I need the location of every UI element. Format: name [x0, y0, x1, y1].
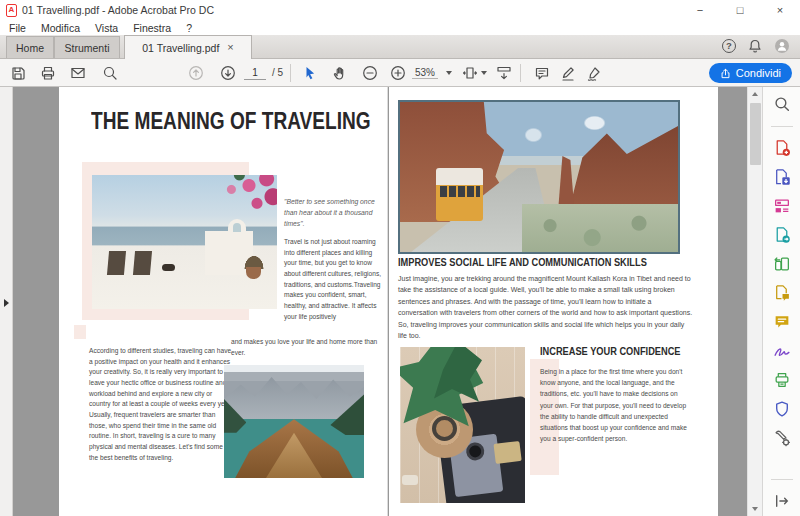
- send-for-review-tool-icon[interactable]: [773, 226, 791, 244]
- share-button[interactable]: Condividi: [709, 63, 792, 83]
- minimize-button[interactable]: −: [680, 0, 720, 20]
- menu-modifica[interactable]: Modifica: [41, 22, 80, 34]
- menu-finestra[interactable]: Finestra: [133, 22, 171, 34]
- print-button[interactable]: [40, 65, 56, 81]
- protect-tool-icon[interactable]: [773, 400, 791, 418]
- document-area[interactable]: THE MEANING OF TRAVELING "Better to see …: [13, 87, 747, 516]
- expand-panel-icon[interactable]: [773, 492, 791, 510]
- intro-paragraph-continued: and makes you love your life and home mo…: [231, 337, 383, 358]
- acrobat-logo-icon: A: [6, 4, 17, 17]
- scroll-up-icon[interactable]: [748, 87, 763, 101]
- share-icon: [720, 68, 731, 79]
- section-paragraph-social: Just imagine, you are trekking around th…: [398, 273, 693, 342]
- previous-page-button[interactable]: [188, 65, 204, 81]
- zoom-caret-icon[interactable]: [446, 71, 452, 75]
- titlebar: A 01 Travelling.pdf - Adobe Acrobat Pro …: [0, 0, 800, 20]
- avatar-icon[interactable]: [774, 38, 790, 54]
- help-icon[interactable]: ?: [722, 39, 736, 53]
- more-tools-icon[interactable]: [773, 429, 791, 447]
- tools-panel: [762, 87, 800, 516]
- tab-document[interactable]: 01 Travelling.pdf ×: [124, 35, 252, 59]
- vertical-scrollbar[interactable]: [747, 87, 762, 516]
- bell-icon[interactable]: [747, 38, 763, 54]
- suitcase-photo: [400, 347, 525, 503]
- menu-file[interactable]: File: [9, 22, 26, 34]
- menubar: File Modifica Vista Finestra ?: [0, 20, 800, 35]
- combine-files-tool-icon[interactable]: [773, 284, 791, 302]
- nav-panel-collapsed[interactable]: [0, 87, 13, 516]
- export-pdf-tool-icon[interactable]: [773, 168, 791, 186]
- tab-document-label: 01 Travelling.pdf: [142, 42, 219, 54]
- select-tool-button[interactable]: [302, 65, 318, 81]
- tab-close-icon[interactable]: ×: [227, 42, 233, 53]
- email-button[interactable]: [70, 65, 86, 81]
- boat-lake-photo: [224, 365, 364, 478]
- menu-vista[interactable]: Vista: [95, 22, 118, 34]
- acrobat-window: A 01 Travelling.pdf - Adobe Acrobat Pro …: [0, 0, 800, 516]
- fit-width-button[interactable]: [496, 65, 512, 81]
- section-heading-social: IMPROVES SOCIAL LIFE AND COMMUNICATION S…: [398, 256, 647, 268]
- share-button-label: Condividi: [736, 67, 781, 79]
- pull-quote: "Better to see something once than hear …: [284, 197, 378, 230]
- terrace-photo: [92, 175, 277, 309]
- section-heading-confidence: INCREASE YOUR CONFIDENCE: [540, 345, 681, 357]
- page-fit-caret-icon[interactable]: [481, 71, 487, 75]
- studies-paragraph: According to different studies, travelin…: [89, 346, 232, 463]
- send-to-device-tool-icon[interactable]: [773, 255, 791, 273]
- pdf-page-1: THE MEANING OF TRAVELING "Better to see …: [59, 87, 388, 516]
- window-title: 01 Travelling.pdf - Adobe Acrobat Pro DC: [22, 4, 214, 16]
- tab-strumenti[interactable]: Strumenti: [54, 36, 120, 58]
- article-title: THE MEANING OF TRAVELING: [91, 108, 371, 135]
- pencil-button[interactable]: [560, 65, 576, 81]
- search-button[interactable]: [102, 65, 118, 81]
- close-button[interactable]: ×: [760, 0, 800, 20]
- tab-home[interactable]: Home: [6, 36, 54, 58]
- fill-and-sign-tool-icon[interactable]: [773, 342, 791, 360]
- search-tool-icon[interactable]: [773, 95, 791, 113]
- scrollbar-thumb[interactable]: [750, 103, 761, 165]
- intro-paragraph: Travel is not just about roaming into di…: [284, 237, 383, 322]
- save-button[interactable]: [10, 65, 26, 81]
- zoom-level-value[interactable]: 53%: [412, 67, 438, 79]
- hand-tool-button[interactable]: [332, 65, 348, 81]
- page-total-label: / 5: [272, 67, 283, 78]
- pink-accent-chip: [74, 325, 86, 339]
- scroll-down-icon[interactable]: [748, 502, 763, 516]
- scan-and-ocr-tool-icon[interactable]: [773, 371, 791, 389]
- tabbar: Home Strumenti 01 Travelling.pdf × ?: [0, 35, 800, 59]
- zoom-out-button[interactable]: [362, 65, 378, 81]
- van-desert-photo: [398, 100, 680, 254]
- sign-button[interactable]: [586, 65, 602, 81]
- zoom-in-button[interactable]: [390, 65, 406, 81]
- organize-pages-tool-icon[interactable]: [773, 197, 791, 215]
- maximize-button[interactable]: □: [720, 0, 760, 20]
- section-paragraph-confidence: Being in a place for the first time wher…: [540, 366, 691, 444]
- page-fit-button[interactable]: [462, 65, 478, 81]
- page-number-input[interactable]: [244, 65, 266, 80]
- expand-nav-arrow-icon[interactable]: [4, 299, 9, 307]
- pdf-page-2: IMPROVES SOCIAL LIFE AND COMMUNICATION S…: [389, 87, 718, 516]
- comment-tool-icon[interactable]: [773, 313, 791, 331]
- next-page-button[interactable]: [220, 65, 236, 81]
- comment-button[interactable]: [534, 65, 550, 81]
- create-pdf-tool-icon[interactable]: [773, 139, 791, 157]
- menu-help[interactable]: ?: [186, 22, 192, 34]
- toolbar: / 5 53% Condividi: [0, 59, 800, 87]
